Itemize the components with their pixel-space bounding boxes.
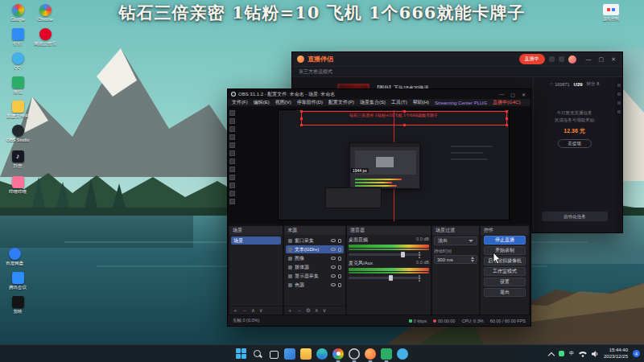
withdraw-button[interactable]: 去提现 [558,139,592,148]
start-recording-button[interactable]: 开始录制 [484,246,526,255]
preview-tool-icon[interactable] [229,126,235,132]
volume-slider[interactable] [349,253,421,256]
start-button[interactable] [236,348,247,360]
selection-handle[interactable] [506,124,508,126]
transition-select[interactable]: 淡出 [434,237,477,245]
menu-docks[interactable]: 停靠部件(D) [297,99,323,106]
close-button[interactable]: ✕ [522,92,526,97]
task-view-icon[interactable] [268,348,279,360]
selection-handle[interactable] [300,117,303,120]
ime-indicator[interactable]: 中 [569,350,574,357]
rail-icon[interactable] [617,84,621,87]
lock-icon[interactable] [338,257,341,261]
lock-icon[interactable] [338,265,341,269]
properties-icon[interactable]: ⚙ [306,307,311,314]
desktop-icon-jianying[interactable]: 剪映 [5,296,31,315]
volume-slider[interactable] [349,277,421,279]
preview-tool-icon[interactable] [229,110,235,116]
settings-button[interactable]: 设置 [484,278,526,286]
desktop-icon-wechat[interactable]: 微信 [5,76,31,95]
desktop-icon-douyin[interactable]: ♪抖音 [5,150,31,169]
obs-preview-area[interactable]: 钻石三倍亲密 1钻粉=10飞机 1个666就能卡牌子 [228,107,530,224]
desktop-icon-qq[interactable]: QQ [5,52,31,70]
source-item[interactable]: 色源 [286,281,344,289]
obs-taskbar-icon[interactable] [349,348,360,360]
chrome-taskbar-icon[interactable] [332,348,344,360]
source-item[interactable]: 图像 [286,254,344,262]
sources-dock-title[interactable]: 来源 [284,226,345,235]
selection-handle[interactable] [300,110,303,113]
studio-mode-button[interactable]: 工作室模式 [484,267,526,276]
preview-tool-icon[interactable] [229,191,235,196]
obs-canvas[interactable]: 钻石三倍亲密 1钻粉=10飞机 1个666就能卡牌子 [278,109,510,220]
add-icon[interactable]: ＋ [287,307,293,315]
minimize-button[interactable]: — [586,56,593,62]
menu-file[interactable]: 文件(F) [232,99,248,106]
live-status-pill[interactable]: 直播中 [519,54,545,64]
virtual-camera-button[interactable]: 启动虚拟摄像机 [484,257,526,265]
tab-third-party-mode[interactable]: 第三方推流模式 [299,68,332,76]
file-explorer-icon[interactable] [300,348,312,360]
preview-tool-icon[interactable] [229,175,235,180]
move-down-icon[interactable]: ∨ [259,307,263,314]
desktop-icon-bilibili[interactable]: 哔哩哔哩 [5,176,31,195]
gear-icon[interactable] [559,56,564,62]
qq-taskbar-icon[interactable] [397,348,408,360]
scene-item[interactable]: 场景 [231,237,281,245]
more-icon[interactable] [419,252,420,253]
preview-tool-icon[interactable] [229,158,235,164]
desktop-icon-baidu-pan[interactable]: 百度网盘 [2,248,27,266]
menu-help[interactable]: 帮助(H) [413,99,429,106]
menu-scene-collection[interactable]: 场景集合(S) [360,99,386,106]
desktop-icon-meeting[interactable]: 腾讯会议 [5,272,31,290]
preview-tool-icon[interactable] [229,199,235,204]
bell-icon[interactable] [549,56,555,62]
source-item[interactable]: 媒体源 [286,263,344,271]
selection-handle[interactable] [506,117,508,120]
selection-handle[interactable] [403,124,406,126]
stop-streaming-button[interactable]: 停止直播 [484,236,526,245]
visibility-icon[interactable] [331,274,336,278]
lock-icon[interactable] [338,274,341,278]
move-up-icon[interactable]: ∧ [315,307,319,314]
selection-rect[interactable] [301,111,507,125]
visibility-icon[interactable] [331,248,336,251]
tray-app-icon[interactable] [559,351,564,356]
wifi-icon[interactable] [579,351,587,357]
visibility-icon[interactable] [331,283,336,286]
exit-button[interactable]: 退出 [484,288,526,297]
visibility-icon[interactable] [331,239,336,242]
widgets-icon[interactable] [284,348,295,360]
menu-tools[interactable]: 工具(T) [391,99,407,106]
obs-titlebar[interactable]: OBS 31.1.2 - 配置文件: 未命名 - 场景: 未命名 — ▢ ✕ [228,89,530,99]
selection-handle[interactable] [506,110,508,113]
wechat-taskbar-icon[interactable] [381,348,392,360]
preview-tool-icon[interactable] [229,167,235,172]
lock-icon[interactable] [338,239,341,243]
menu-edit[interactable]: 编辑(E) [254,99,270,106]
duration-input[interactable]: 300 ms [434,255,477,264]
remove-icon[interactable]: － [242,307,248,315]
add-icon[interactable]: ＋ [233,307,238,315]
source-item[interactable]: 窗口采集 [286,237,344,245]
preview-tool-icon[interactable] [229,150,235,156]
hidden-icons-chevron[interactable] [549,352,554,356]
companion-taskbar-icon[interactable] [365,348,376,360]
menu-view[interactable]: 视图(V) [275,99,291,106]
slider-knob[interactable] [401,252,405,257]
menu-plugin-streaming-center[interactable]: Streaming Center PLUG [435,101,487,105]
remove-icon[interactable]: － [297,307,303,315]
notification-badge[interactable]: 4 [633,350,640,357]
desktop-icon-folder[interactable]: 新建文件夹 [5,101,31,119]
avatar[interactable] [568,56,576,64]
desktop-icon-netease-music[interactable]: 网易云音乐 [32,28,58,47]
preview-tool-icon[interactable] [229,118,235,124]
selection-handle[interactable] [403,110,406,113]
controls-dock-title[interactable]: 控件 [481,226,529,235]
move-down-icon[interactable]: ∨ [323,307,327,314]
source-item[interactable]: 文本(GDI+) [286,245,344,253]
transitions-dock-title[interactable]: 场景过渡 [432,226,479,235]
stepper-icons[interactable] [471,257,474,262]
preview-tool-icon[interactable] [229,142,235,148]
search-icon[interactable] [252,348,263,360]
